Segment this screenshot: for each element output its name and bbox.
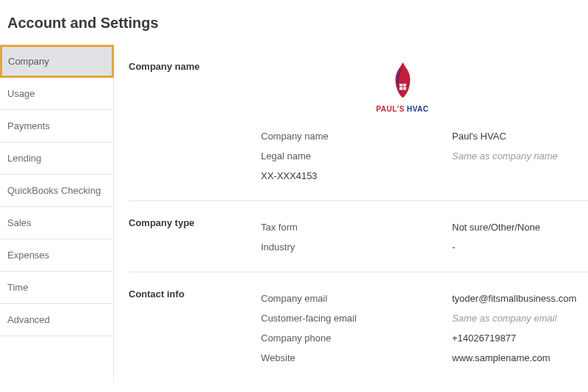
field-row-customer-email: Customer-facing email Same as company em… [261, 308, 588, 328]
field-label: Website [261, 352, 452, 363]
field-value: Paul's HVAC [452, 131, 506, 142]
sidebar-item-label: Sales [7, 217, 32, 228]
sidebar-item-payments[interactable]: Payments [0, 110, 114, 142]
field-value: tyoder@fitsmallbusiness.com [452, 293, 576, 304]
sidebar-item-label: Payments [7, 120, 50, 131]
sidebar-item-usage[interactable]: Usage [0, 78, 114, 110]
sidebar-item-label: Expenses [7, 250, 49, 261]
section-body: Company email tyoder@fitsmallbusiness.co… [261, 288, 588, 368]
field-row-website: Website www.samplename.com [261, 348, 588, 368]
field-label: Tax form [261, 222, 452, 233]
page-title: Account and Settings [0, 0, 588, 45]
logo-text: PAUL'S HVAC [217, 105, 588, 113]
section-body: PAUL'S HVAC Company name Paul's HVAC Leg… [261, 61, 588, 186]
flame-house-icon [385, 61, 420, 102]
field-label: Industry [261, 242, 452, 253]
settings-sidebar: Company Usage Payments Lending QuickBook… [0, 45, 114, 382]
field-value: - [452, 242, 455, 253]
field-label: Company name [261, 131, 452, 142]
sidebar-item-company[interactable]: Company [0, 45, 114, 78]
company-type-section: Company type Tax form Not sure/Other/Non… [129, 201, 588, 272]
field-label: Company email [261, 293, 452, 304]
section-heading: Contact info [129, 288, 261, 368]
field-row-company-name: Company name Paul's HVAC [261, 126, 588, 146]
field-label: Customer-facing email [261, 313, 452, 324]
field-value: Same as company email [452, 313, 556, 324]
sidebar-item-quickbooks-checking[interactable]: QuickBooks Checking [0, 175, 114, 207]
settings-content: Company name PAUL'S HVAC [113, 45, 588, 382]
ein-masked: XX-XXX4153 [261, 166, 588, 186]
company-name-section: Company name PAUL'S HVAC [129, 45, 588, 201]
field-row-company-email: Company email tyoder@fitsmallbusiness.co… [261, 288, 588, 308]
main-container: Company Usage Payments Lending QuickBook… [0, 45, 588, 382]
sidebar-item-time[interactable]: Time [0, 272, 114, 304]
section-heading: Company type [129, 217, 261, 257]
sidebar-item-label: Company [8, 56, 49, 67]
field-value: Same as company name [452, 150, 558, 161]
field-row-industry: Industry - [261, 237, 588, 257]
field-row-tax-form: Tax form Not sure/Other/None [261, 217, 588, 237]
sidebar-item-label: Usage [7, 88, 35, 99]
logo-text-secondary: HVAC [407, 105, 429, 113]
field-value: www.samplename.com [452, 352, 551, 363]
field-value: Not sure/Other/None [452, 222, 540, 233]
sidebar-item-label: Lending [7, 153, 41, 164]
sidebar-item-lending[interactable]: Lending [0, 142, 114, 175]
sidebar-item-advanced[interactable]: Advanced [0, 304, 114, 336]
field-label: Legal name [261, 150, 452, 161]
sidebar-item-expenses[interactable]: Expenses [0, 239, 114, 272]
field-value: +14026719877 [452, 333, 516, 344]
sidebar-item-sales[interactable]: Sales [0, 207, 114, 239]
field-row-company-phone: Company phone +14026719877 [261, 328, 588, 348]
section-body: Tax form Not sure/Other/None Industry - [261, 217, 588, 257]
sidebar-item-label: Advanced [7, 314, 50, 325]
sidebar-item-label: Time [7, 282, 28, 293]
contact-info-section: Contact info Company email tyoder@fitsma… [129, 272, 588, 382]
field-label: Company phone [261, 333, 452, 344]
company-logo[interactable]: PAUL'S HVAC [217, 61, 588, 113]
field-row-legal-name: Legal name Same as company name [261, 146, 588, 166]
sidebar-item-label: QuickBooks Checking [7, 185, 101, 196]
logo-text-primary: PAUL'S [376, 105, 405, 113]
